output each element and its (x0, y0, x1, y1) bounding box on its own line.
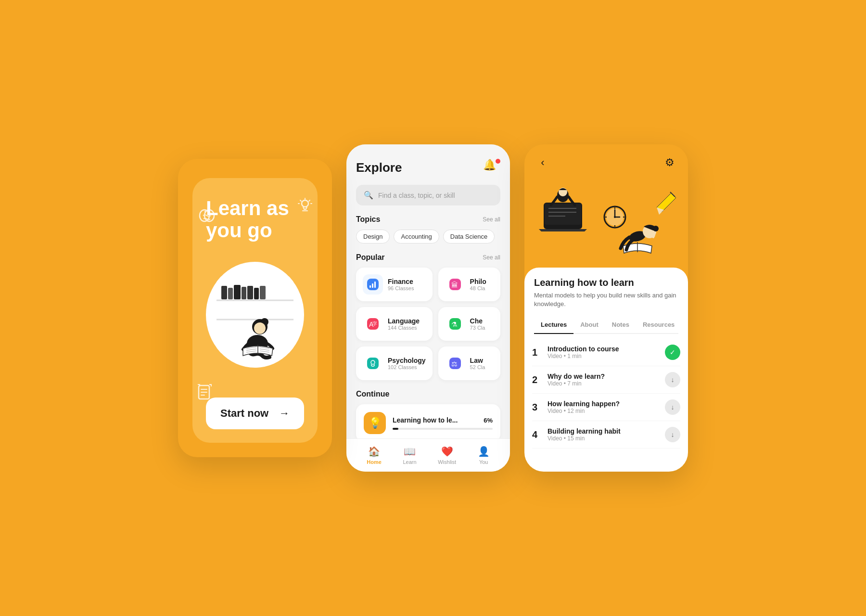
tab-lectures[interactable]: Lectures (534, 316, 573, 334)
lecture-info-3: How learning happen? Video • 12 min (548, 400, 659, 414)
nav-item-wishlist[interactable]: ❤️ Wishlist (438, 446, 456, 465)
topics-label: Topics (356, 215, 380, 224)
svg-point-20 (254, 322, 266, 334)
continue-header: Continue (356, 390, 500, 398)
onboard-illustration (206, 242, 304, 388)
detail-info: Learning how to learn Mental models to h… (524, 268, 688, 334)
start-btn-arrow: → (279, 407, 290, 420)
back-button[interactable]: ‹ (534, 154, 551, 171)
finance-icon (363, 274, 383, 295)
lecture-action-3[interactable]: ↓ (665, 399, 680, 415)
nav-item-you[interactable]: 👤 You (478, 446, 490, 465)
course-card-psychology[interactable]: Psychology 102 Classes (356, 346, 433, 380)
nav-item-home[interactable]: 🏠 Home (367, 446, 382, 465)
progress-bar-fill (393, 428, 398, 430)
topics-see-all[interactable]: See all (483, 216, 500, 223)
svg-rect-32 (374, 282, 376, 288)
lecture-info-2: Why do we learn? Video • 7 min (548, 372, 659, 387)
lecture-title-1: Introduction to course (548, 345, 659, 353)
svg-rect-13 (234, 285, 241, 299)
course-card-language[interactable]: A字 Language 144 Classes (356, 307, 433, 341)
home-nav-label: Home (367, 459, 382, 465)
tab-resources[interactable]: Resources (636, 316, 681, 334)
topics-row: Design Accounting Data Science (356, 230, 500, 244)
philosophy-name: Philo (470, 278, 494, 285)
chemistry-classes: 73 Cla (470, 325, 494, 331)
tabs-row: Lectures About Notes Resources (534, 316, 678, 334)
topic-chip-design[interactable]: Design (356, 230, 390, 244)
continue-card[interactable]: 💡 Learning how to le... 6% (356, 404, 500, 438)
topic-chip-datascience[interactable]: Data Science (443, 230, 495, 244)
lecture-item-1[interactable]: 1 Introduction to course Video • 1 min ✓ (532, 339, 680, 366)
tab-about[interactable]: About (573, 316, 605, 334)
svg-text:⚖: ⚖ (451, 360, 458, 368)
popular-see-all[interactable]: See all (483, 254, 500, 261)
search-bar[interactable]: 🔍 Find a class, topic, or skill (356, 185, 500, 205)
course-subtitle: Mental models to help you build new skil… (534, 291, 678, 308)
progress-bar-bg (393, 428, 493, 430)
lectures-list: 1 Introduction to course Video • 1 min ✓… (524, 334, 688, 472)
settings-button[interactable]: ⚙ (661, 154, 678, 171)
lecture-title-3: How learning happen? (548, 400, 659, 408)
continue-course-title: Learning how to le... (393, 416, 458, 424)
course-card-law[interactable]: ⚖ Law 52 Cla (438, 346, 500, 380)
lecture-info-1: Introduction to course Video • 1 min (548, 345, 659, 359)
continue-course-icon: 💡 (364, 412, 386, 434)
philosophy-info: Philo 48 Cla (470, 278, 494, 291)
continue-progress-label: 6% (484, 417, 493, 424)
lecture-meta-2: Video • 7 min (548, 380, 659, 387)
svg-text:🏛: 🏛 (451, 281, 458, 289)
popular-grid: Finance 96 Classes 🏛 Philo 48 Cla (356, 268, 500, 380)
screens-container: Learn as you go (178, 144, 688, 472)
lecture-item-3[interactable]: 3 How learning happen? Video • 12 min ↓ (532, 394, 680, 421)
lecture-action-1: ✓ (665, 345, 680, 360)
explore-title: Explore (356, 160, 402, 175)
lecture-number-4: 4 (532, 429, 542, 440)
course-card-chemistry[interactable]: ⚗ Che 73 Cla (438, 307, 500, 341)
svg-rect-15 (247, 286, 253, 299)
philosophy-icon: 🏛 (445, 274, 465, 295)
bottom-nav: 🏠 Home 📖 Learn ❤️ Wishlist 👤 You (346, 438, 510, 472)
illustration-circle (206, 262, 304, 368)
lecture-number-3: 3 (532, 402, 542, 413)
lecture-meta-3: Video • 12 min (548, 408, 659, 414)
svg-text:⚗: ⚗ (451, 321, 458, 328)
finance-classes: 96 Classes (388, 285, 426, 291)
psychology-icon (363, 353, 383, 373)
you-nav-label: You (479, 459, 488, 465)
lecture-title-2: Why do we learn? (548, 372, 659, 380)
start-now-button[interactable]: Start now → (206, 398, 304, 429)
detail-hero (524, 171, 688, 268)
notification-icon: 🔔 (483, 159, 496, 171)
notification-button[interactable]: 🔔 (483, 159, 500, 176)
lecture-item-2[interactable]: 2 Why do we learn? Video • 7 min ↓ (532, 366, 680, 394)
explore-scroll-content: Explore 🔔 🔍 Find a class, topic, or skil… (346, 144, 510, 438)
svg-rect-14 (242, 287, 246, 299)
philosophy-classes: 48 Cla (470, 285, 494, 291)
topic-chip-accounting[interactable]: Accounting (394, 230, 439, 244)
svg-rect-16 (254, 288, 259, 299)
lecture-title-4: Building learning habit (548, 427, 659, 435)
psychology-info: Psychology 102 Classes (388, 357, 426, 370)
tab-notes[interactable]: Notes (605, 316, 636, 334)
svg-rect-31 (372, 283, 373, 288)
nav-item-learn[interactable]: 📖 Learn (403, 446, 416, 465)
you-nav-icon: 👤 (478, 446, 490, 457)
lecture-item-4[interactable]: 4 Building learning habit Video • 15 min… (532, 421, 680, 449)
course-card-finance[interactable]: Finance 96 Classes (356, 268, 433, 301)
lecture-action-4[interactable]: ↓ (665, 427, 680, 442)
psychology-classes: 102 Classes (388, 364, 426, 370)
law-name: Law (470, 357, 494, 364)
detail-content: Learning how to learn Mental models to h… (524, 268, 688, 472)
wishlist-nav-label: Wishlist (438, 459, 456, 465)
language-classes: 144 Classes (388, 325, 426, 331)
law-classes: 52 Cla (470, 364, 494, 370)
course-card-philosophy[interactable]: 🏛 Philo 48 Cla (438, 268, 500, 301)
lecture-action-2[interactable]: ↓ (665, 372, 680, 387)
svg-text:字: 字 (372, 321, 377, 326)
screen-explore: Explore 🔔 🔍 Find a class, topic, or skil… (346, 144, 510, 472)
search-icon: 🔍 (364, 191, 373, 200)
svg-point-59 (614, 216, 616, 218)
language-info: Language 144 Classes (388, 317, 426, 331)
search-placeholder: Find a class, topic, or skill (378, 192, 455, 199)
